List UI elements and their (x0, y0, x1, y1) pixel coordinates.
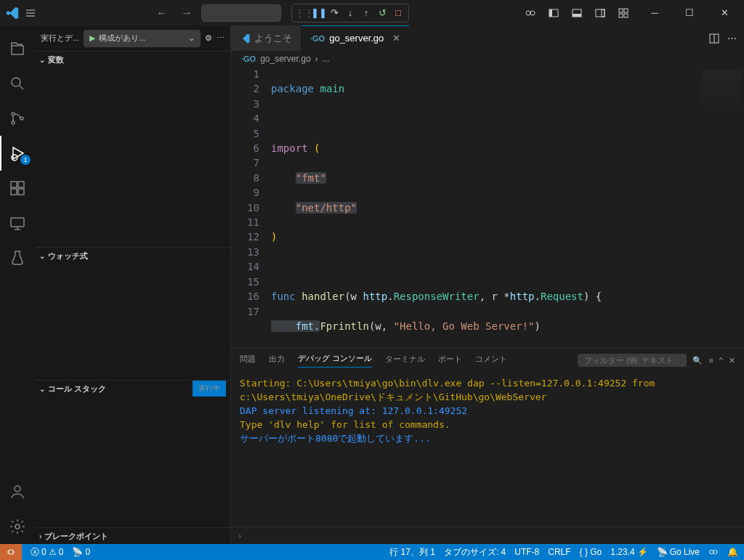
run-debug-icon[interactable]: 1 (0, 136, 35, 171)
tab-welcome[interactable]: ようこそ (231, 25, 302, 51)
errors-status[interactable]: ⓧ 0 ⚠ 0 (31, 546, 63, 559)
svg-rect-8 (619, 9, 623, 12)
svg-rect-19 (11, 189, 17, 195)
run-debug-sidebar: 実行とデ... ▶ 構成があり... ⌄ ⚙ ⋯ ⌄変数 ⌄ウォッチ式 ⌄コール… (35, 25, 231, 544)
layout-panel-icon[interactable] (571, 7, 587, 19)
layout-sidebar-left-icon[interactable] (548, 7, 564, 19)
tab-size[interactable]: タブのサイズ: 4 (444, 546, 506, 559)
step-over-icon[interactable]: ↷ (327, 7, 341, 18)
source-control-icon[interactable] (0, 101, 35, 136)
go-live[interactable]: 📡 Go Live (657, 547, 700, 557)
nav-back-icon[interactable]: ← (152, 7, 172, 20)
config-label: 構成があり... (99, 33, 145, 44)
layout-sidebar-right-icon[interactable] (594, 7, 610, 19)
step-out-icon[interactable]: ↑ (359, 7, 373, 18)
breakpoints-section[interactable]: ›ブレークポイント (35, 528, 230, 544)
filter-icon[interactable]: ≡ (708, 356, 713, 365)
activity-bar: 1 (0, 25, 35, 544)
callstack-section[interactable]: ⌄コール スタック実行中 (35, 381, 230, 397)
maximize-button[interactable]: ☐ (676, 0, 703, 25)
remote-indicator[interactable] (0, 544, 22, 560)
play-icon: ▶ (89, 33, 95, 43)
chevron-right-icon: › (315, 54, 318, 64)
svg-rect-21 (11, 218, 24, 227)
svg-rect-18 (18, 182, 24, 187)
svg-rect-11 (624, 14, 628, 17)
chevron-up-icon[interactable]: ^ (719, 356, 723, 365)
go-file-icon: ·GO (241, 54, 256, 63)
pause-icon[interactable]: ❚❚ (311, 7, 326, 18)
more-icon[interactable]: ⋯ (217, 33, 225, 43)
tab-problems[interactable]: 問題 (240, 354, 256, 368)
go-version[interactable]: 1.23.4 ⚡ (610, 547, 647, 557)
explorer-icon[interactable] (0, 31, 35, 66)
editor-tabs: ようこそ ·GO go_server.go ✕ ⋯ (231, 25, 744, 51)
line-gutter: 1234567891011121314151617 (231, 67, 271, 348)
testing-icon[interactable] (0, 240, 35, 275)
status-bar: ⓧ 0 ⚠ 0 📡 0 行 17、列 1 タブのサイズ: 4 UTF-8 CRL… (0, 544, 744, 560)
editor-area: ようこそ ·GO go_server.go ✕ ⋯ ·GO go_server.… (231, 25, 744, 544)
go-file-icon: ·GO (310, 34, 325, 43)
split-editor-icon[interactable] (708, 33, 720, 44)
svg-point-0 (526, 11, 530, 15)
close-icon[interactable]: ✕ (392, 33, 400, 44)
close-button[interactable]: ✕ (711, 0, 738, 25)
tab-debug-console[interactable]: デバッグ コンソール (298, 353, 372, 368)
command-center[interactable] (201, 4, 281, 22)
stop-icon[interactable]: □ (391, 7, 405, 18)
svg-point-23 (15, 524, 20, 529)
svg-rect-17 (11, 182, 17, 187)
sidebar-title: 実行とデ... (41, 33, 79, 44)
tab-go-server[interactable]: ·GO go_server.go ✕ (302, 25, 410, 51)
eol[interactable]: CRLF (548, 547, 570, 557)
svg-point-14 (12, 121, 15, 124)
svg-rect-3 (549, 9, 552, 17)
breadcrumb[interactable]: ·GO go_server.go › ... (231, 51, 744, 67)
radio-status[interactable]: 📡 0 (72, 547, 90, 557)
account-icon[interactable] (0, 474, 35, 509)
step-into-icon[interactable]: ↓ (343, 7, 357, 18)
menu-icon[interactable] (25, 7, 36, 19)
language-mode[interactable]: { } Go (580, 547, 602, 557)
variables-section[interactable]: ⌄変数 (35, 52, 230, 68)
search-icon[interactable]: 🔍 (692, 356, 703, 365)
debug-toolbar: ⋮⋮ ❚❚ ↷ ↓ ↑ ↺ □ (291, 4, 409, 23)
chevron-right-icon: › (238, 530, 241, 541)
filter-input[interactable] (578, 354, 687, 367)
extensions-icon[interactable] (0, 171, 35, 206)
code-editor[interactable]: 1234567891011121314151617 package main i… (231, 67, 744, 348)
gear-icon[interactable]: ⚙ (205, 33, 212, 43)
title-bar: ← → ⋮⋮ ❚❚ ↷ ↓ ↑ ↺ □ ─ ☐ ✕ (0, 0, 744, 25)
settings-gear-icon[interactable] (0, 509, 35, 544)
bottom-panel: 問題 出力 デバッグ コンソール ターミナル ポート コメント 🔍 ≡ ^ ✕ (231, 348, 744, 544)
svg-rect-20 (18, 189, 24, 195)
svg-point-13 (12, 113, 15, 115)
encoding[interactable]: UTF-8 (514, 547, 539, 557)
more-actions-icon[interactable]: ⋯ (727, 33, 737, 44)
svg-point-22 (15, 486, 20, 492)
drag-handle-icon[interactable]: ⋮⋮ (295, 7, 310, 18)
minimize-button[interactable]: ─ (641, 0, 668, 25)
customize-layout-icon[interactable] (618, 7, 634, 19)
svg-point-26 (713, 550, 717, 553)
copilot-status-icon[interactable] (708, 547, 719, 557)
chevron-down-icon: ⌄ (188, 33, 195, 43)
cursor-position[interactable]: 行 17、列 1 (389, 546, 435, 559)
copilot-icon[interactable] (525, 7, 541, 19)
tab-terminal[interactable]: ターミナル (385, 354, 425, 368)
restart-icon[interactable]: ↺ (375, 7, 389, 18)
close-panel-icon[interactable]: ✕ (729, 356, 735, 365)
vscode-logo (6, 7, 19, 20)
nav-forward-icon[interactable]: → (177, 7, 197, 20)
notifications-icon[interactable]: 🔔 (727, 547, 738, 557)
search-icon[interactable] (0, 66, 35, 101)
run-config-selector[interactable]: ▶ 構成があり... ⌄ (84, 30, 201, 47)
svg-rect-6 (596, 9, 604, 17)
remote-icon[interactable] (0, 206, 35, 240)
tab-comment[interactable]: コメント (475, 354, 507, 368)
tab-output[interactable]: 出力 (269, 354, 285, 368)
svg-rect-5 (573, 14, 581, 17)
tab-port[interactable]: ポート (438, 354, 462, 368)
debug-console-input[interactable]: › (231, 527, 744, 544)
watch-section[interactable]: ⌄ウォッチ式 (35, 248, 230, 264)
